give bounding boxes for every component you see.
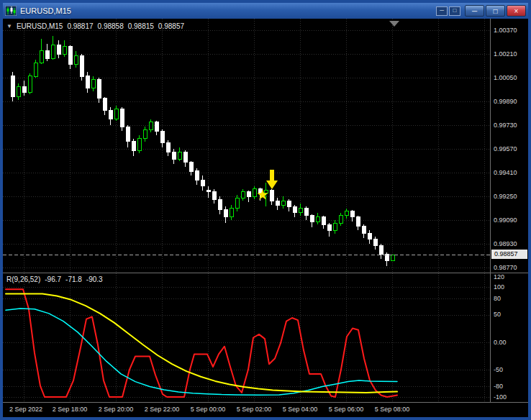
child-minimize-button[interactable]: ─ xyxy=(436,6,448,16)
sell-signal-arrow-icon xyxy=(266,170,278,189)
price-chart[interactable]: ▼ EURUSD,M15 0.98817 0.98858 0.98815 0.9… xyxy=(3,19,490,273)
indicator-name: R(9,26,52) xyxy=(6,275,40,283)
oscillator-chart xyxy=(3,273,490,402)
time-label: 5 Sep 04:00 xyxy=(278,406,322,413)
child-minimize-icon: ─ xyxy=(440,7,444,14)
oscillator-line-R52 xyxy=(6,293,397,393)
price-label: 0.98930 xyxy=(494,240,517,247)
indicator-scale-label: -50 xyxy=(494,366,503,373)
price-label: 0.99890 xyxy=(494,98,517,105)
indicator-scale-label: 0.00 xyxy=(494,339,507,346)
indicator-scale-label: 50 xyxy=(494,311,501,318)
titlebar[interactable]: EURUSD,M15 ─ □ ─ □ × xyxy=(3,3,528,19)
chart-ohlc-header: ▼ EURUSD,M15 0.98817 0.98858 0.98815 0.9… xyxy=(6,22,184,30)
chart-dropdown-icon[interactable]: ▼ xyxy=(6,23,12,29)
indicator-panel[interactable]: R(9,26,52) -96.7 -71.8 -90.3 xyxy=(3,273,490,402)
minimize-button[interactable]: ─ xyxy=(465,5,484,17)
time-label: 2 Sep 22:00 xyxy=(140,406,184,413)
price-label: 0.99730 xyxy=(494,122,517,129)
child-restore-icon: □ xyxy=(453,7,457,14)
time-label: 5 Sep 08:00 xyxy=(370,406,414,413)
close-icon: × xyxy=(514,7,519,15)
price-label: 1.00370 xyxy=(494,27,517,34)
price-label: 0.99570 xyxy=(494,145,517,152)
chart-shift-marker-icon xyxy=(389,21,399,27)
price-label: 0.99410 xyxy=(494,169,517,176)
candlestick-chart xyxy=(3,19,490,273)
time-label: 2 Sep 18:00 xyxy=(47,406,92,413)
chart-open-value: 0.98817 xyxy=(67,22,93,30)
indicator-value-2: -71.8 xyxy=(65,275,82,283)
indicator-header: R(9,26,52) -96.7 -71.8 -90.3 xyxy=(6,275,103,283)
indicator-axis[interactable]: 12010080500.00-50-80-100 xyxy=(490,273,528,402)
indicator-value-3: -90.3 xyxy=(86,275,103,283)
indicator-scale-label: 120 xyxy=(494,273,504,280)
indicator-scale-label: 80 xyxy=(494,295,501,302)
time-axis[interactable]: 2 Sep 20222 Sep 18:002 Sep 20:002 Sep 22… xyxy=(3,402,528,417)
indicator-scale-label: -100 xyxy=(494,393,507,401)
chart-icon xyxy=(5,6,17,16)
minimize-icon: ─ xyxy=(472,7,477,15)
maximize-icon: □ xyxy=(493,7,497,15)
chart-symbol-period: EURUSD,M15 xyxy=(17,22,63,30)
price-label: 0.98770 xyxy=(494,264,517,271)
indicator-scale-label: 100 xyxy=(494,283,504,291)
price-label: 1.00050 xyxy=(494,74,517,81)
oscillator-line-R9 xyxy=(6,289,397,397)
time-label: 2 Sep 20:00 xyxy=(94,406,138,413)
price-label: 1.00210 xyxy=(494,50,517,58)
indicator-scale-label: -80 xyxy=(494,383,503,390)
chart-low-value: 0.98815 xyxy=(128,22,154,30)
chart-close-value: 0.98857 xyxy=(158,22,184,30)
main-window-controls: ─ □ × xyxy=(465,5,526,17)
price-axis[interactable]: 0.98857 1.003701.002101.000500.998900.99… xyxy=(490,19,528,273)
window-controls: ─ □ ─ □ × xyxy=(436,5,526,17)
chart-high-value: 0.98858 xyxy=(98,22,124,30)
time-label: 5 Sep 02:00 xyxy=(232,406,276,413)
price-label: 0.99250 xyxy=(494,193,517,200)
time-label: 5 Sep 06:00 xyxy=(324,406,368,413)
current-price-badge: 0.98857 xyxy=(491,250,527,259)
indicator-value-1: -96.7 xyxy=(45,275,61,283)
child-window-controls: ─ □ xyxy=(436,6,460,16)
time-label: 2 Sep 2022 xyxy=(4,406,48,413)
chart-client-area: ▼ EURUSD,M15 0.98817 0.98858 0.98815 0.9… xyxy=(3,19,528,417)
close-button[interactable]: × xyxy=(507,5,526,17)
window-title: EURUSD,M15 xyxy=(20,6,71,15)
price-label: 0.99090 xyxy=(494,216,517,224)
maximize-button[interactable]: □ xyxy=(486,5,505,17)
child-restore-button[interactable]: □ xyxy=(449,6,460,16)
mt4-chart-window: EURUSD,M15 ─ □ ─ □ × xyxy=(0,0,531,420)
time-label: 5 Sep 00:00 xyxy=(186,406,230,413)
